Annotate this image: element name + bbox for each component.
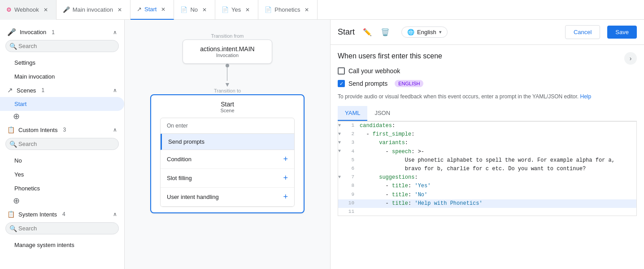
invocation-count: 1 xyxy=(52,29,55,35)
scenes-section-header: ↗ Scenes 1 ∧ xyxy=(0,84,124,97)
sidebar-item-yes[interactable]: Yes xyxy=(0,168,124,181)
search-icon-1: 🔍 xyxy=(9,43,17,50)
custom-intents-count: 3 xyxy=(63,127,66,133)
save-button[interactable]: Save xyxy=(607,26,637,39)
tab-phonetics[interactable]: 📄 Phonetics ✕ xyxy=(258,0,318,20)
search-input-3[interactable] xyxy=(5,222,119,234)
system-intents-chevron[interactable]: ∧ xyxy=(113,211,117,217)
right-panel: Start ✏️ 🗑️ 🌐 English ▾ Cancel Save When… xyxy=(330,20,644,269)
code-line-1: ▼1candidates: xyxy=(338,122,636,130)
add-intent-button[interactable]: ⊕ xyxy=(11,195,22,206)
tab-no[interactable]: 📄 No ✕ xyxy=(174,0,215,20)
code-line-7: ▼7 suggestions: xyxy=(338,173,636,182)
sidebar-item-no[interactable]: No xyxy=(0,154,124,168)
sidebar-item-start[interactable]: Start xyxy=(0,97,124,111)
line-number-2: 2 xyxy=(344,130,356,138)
node2-title: Start xyxy=(160,101,295,108)
line-number-6: 6 xyxy=(344,165,356,173)
code-line-2: ▼2 - first_simple: xyxy=(338,130,636,139)
start-node[interactable]: Start Scene On enter Send prompts Condit… xyxy=(150,94,305,213)
chevron-down-icon: ▾ xyxy=(439,29,442,35)
sidebar-item-manage-system[interactable]: Manage system intents xyxy=(0,238,124,252)
tab-webhook[interactable]: ⚙ Webhook ✕ xyxy=(0,0,57,20)
code-content-9: - title: 'No' xyxy=(356,191,636,199)
send-prompts-checkbox-label: Send prompts xyxy=(348,80,387,87)
line-number-9: 9 xyxy=(344,191,356,199)
sidebar-item-settings[interactable]: Settings xyxy=(0,56,124,70)
yaml-tab[interactable]: YAML xyxy=(338,106,367,121)
settings-label: Settings xyxy=(14,59,35,66)
line-fold-arrow-3[interactable]: ▼ xyxy=(338,139,344,146)
code-content-8: - title: 'Yes' xyxy=(356,182,636,190)
line-fold-arrow-2[interactable]: ▼ xyxy=(338,131,344,138)
tab-start[interactable]: ↗ Start ✕ xyxy=(131,0,174,20)
custom-intents-chevron[interactable]: ∧ xyxy=(113,127,117,133)
condition-section[interactable]: Condition + xyxy=(161,150,294,169)
tab-close-phonetics[interactable]: ✕ xyxy=(303,6,311,14)
send-prompts-checkbox[interactable]: ✓ xyxy=(338,80,345,87)
line-fold-arrow-7[interactable]: ▼ xyxy=(338,174,344,181)
editor-tabs: YAML JSON xyxy=(338,106,637,121)
mic-tab-icon: 🎤 xyxy=(63,6,70,13)
add-scene-button[interactable]: ⊕ xyxy=(11,111,22,122)
webhook-icon: ⚙ xyxy=(6,6,12,13)
tab-main-invocation[interactable]: 🎤 Main invocation ✕ xyxy=(57,0,131,20)
slot-filling-add-button[interactable]: + xyxy=(283,173,288,183)
slot-filling-label: Slot filling xyxy=(167,175,192,181)
help-link[interactable]: Help xyxy=(580,93,592,100)
search-input-2[interactable] xyxy=(5,138,119,150)
scenes-chevron[interactable]: ∧ xyxy=(113,87,117,93)
edit-title-button[interactable]: ✏️ xyxy=(360,25,374,40)
expand-panel-button[interactable]: › xyxy=(624,52,637,65)
sidebar-item-main-invocation[interactable]: Main invocation xyxy=(0,70,124,84)
tab-close-main[interactable]: ✕ xyxy=(116,6,124,14)
code-line-9: 9 - title: 'No' xyxy=(338,191,636,199)
search-icon-3: 🔍 xyxy=(9,225,17,232)
phonetics-label: Phonetics xyxy=(14,185,40,192)
code-editor[interactable]: ▼1candidates:▼2 - first_simple:▼3 varian… xyxy=(338,121,637,216)
flow-connector-1: ▼ xyxy=(224,64,231,88)
line-fold-arrow-4[interactable]: ▼ xyxy=(338,148,344,155)
start-tab-icon: ↗ xyxy=(137,6,142,13)
code-line-10: 10 - title: 'Help with Phonetics' xyxy=(338,199,636,208)
tab-close-webhook[interactable]: ✕ xyxy=(42,6,50,14)
send-prompts-row: ✓ Send prompts ENGLISH xyxy=(338,80,637,87)
tab-yes[interactable]: 📄 Yes ✕ xyxy=(215,0,258,20)
code-content-7: suggestions: xyxy=(356,173,636,182)
condition-add-button[interactable]: + xyxy=(283,154,288,164)
help-text-content: To provide audio or visual feedback when… xyxy=(338,93,579,100)
english-badge: ENGLISH xyxy=(395,80,423,87)
call-webhook-checkbox[interactable] xyxy=(338,67,345,75)
call-webhook-label: Call your webhook xyxy=(348,67,400,75)
line-number-11: 11 xyxy=(344,208,356,216)
main-layout: 🎤 Invocation 1 ∧ 🔍 Settings Main invocat… xyxy=(0,20,644,269)
yes-label: Yes xyxy=(14,171,24,178)
invocation-section-header: 🎤 Invocation 1 ∧ xyxy=(0,23,124,38)
code-content-1: candidates: xyxy=(356,122,636,130)
slot-filling-section[interactable]: Slot filling + xyxy=(161,169,294,188)
line-number-3: 3 xyxy=(344,139,356,147)
line-fold-arrow-1[interactable]: ▼ xyxy=(338,122,344,129)
user-intent-section[interactable]: User intent handling + xyxy=(161,188,294,207)
transition-to-label: Transition to xyxy=(214,88,241,93)
sidebar-item-phonetics[interactable]: Phonetics xyxy=(0,181,124,195)
code-line-5: 5 Use phonetic alphabet to spell the wor… xyxy=(338,156,636,165)
yes-tab-icon: 📄 xyxy=(222,6,229,13)
tab-close-no[interactable]: ✕ xyxy=(200,6,209,14)
send-prompts-item[interactable]: Send prompts xyxy=(161,134,294,150)
right-panel-content: When users first enter this scene › Call… xyxy=(331,45,644,269)
tab-close-start[interactable]: ✕ xyxy=(159,5,167,13)
invocation-node[interactable]: actions.intent.MAIN Invocation xyxy=(183,40,272,64)
invocation-chevron[interactable]: ∧ xyxy=(113,29,117,35)
flow-canvas: Transition from actions.intent.MAIN Invo… xyxy=(125,20,330,269)
delete-button[interactable]: 🗑️ xyxy=(378,25,392,40)
tab-close-yes[interactable]: ✕ xyxy=(244,6,252,14)
search-input-1[interactable] xyxy=(5,40,119,52)
line-number-7: 7 xyxy=(344,173,356,181)
user-intent-add-button[interactable]: + xyxy=(283,192,288,202)
json-tab[interactable]: JSON xyxy=(367,106,397,121)
scene-title-header: Start xyxy=(338,27,355,37)
line-number-8: 8 xyxy=(344,182,356,190)
cancel-button[interactable]: Cancel xyxy=(565,25,600,39)
language-selector[interactable]: 🌐 English ▾ xyxy=(401,26,448,38)
